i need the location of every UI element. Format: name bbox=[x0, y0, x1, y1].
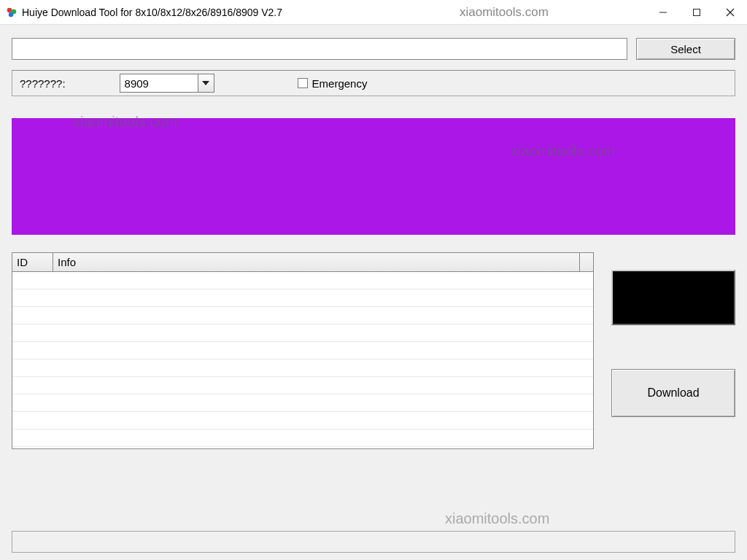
statusbar bbox=[12, 531, 735, 553]
window-title: Huiye Download Tool for 8x10/8x12/8x26/8… bbox=[22, 7, 282, 18]
emergency-checkbox[interactable] bbox=[298, 78, 308, 88]
status-banner bbox=[12, 118, 735, 235]
platform-dropdown-value: 8909 bbox=[125, 77, 149, 90]
table-body bbox=[12, 272, 593, 448]
select-button[interactable]: Select bbox=[636, 38, 735, 60]
column-spacer bbox=[580, 253, 593, 271]
table-row[interactable] bbox=[12, 307, 593, 324]
table-row[interactable] bbox=[12, 342, 593, 359]
file-path-input[interactable] bbox=[12, 38, 627, 60]
table-row[interactable] bbox=[12, 324, 593, 342]
column-id[interactable]: ID bbox=[12, 253, 53, 271]
platform-label: ???????: bbox=[20, 77, 66, 90]
options-panel: ???????: 8909 Emergency bbox=[12, 70, 735, 96]
app-icon bbox=[6, 7, 18, 18]
table-row[interactable] bbox=[12, 429, 593, 447]
platform-dropdown[interactable]: 8909 bbox=[120, 74, 214, 93]
download-button[interactable]: Download bbox=[611, 369, 735, 417]
table-row[interactable] bbox=[12, 412, 593, 429]
table-row[interactable] bbox=[12, 272, 593, 289]
svg-point-2 bbox=[9, 12, 14, 17]
emergency-label: Emergency bbox=[312, 77, 368, 90]
chevron-down-icon bbox=[198, 74, 214, 92]
close-button[interactable] bbox=[713, 0, 747, 24]
minimize-button[interactable] bbox=[646, 0, 680, 24]
table-row[interactable] bbox=[12, 377, 593, 394]
column-info[interactable]: Info bbox=[53, 253, 580, 271]
table-row[interactable] bbox=[12, 289, 593, 307]
svg-marker-7 bbox=[202, 81, 209, 85]
titlebar-watermark: xiaomitools.com bbox=[460, 5, 549, 20]
maximize-button[interactable] bbox=[680, 0, 713, 24]
table-header: ID Info bbox=[12, 253, 593, 272]
log-table: ID Info bbox=[12, 252, 594, 449]
titlebar: Huiye Download Tool for 8x10/8x12/8x26/8… bbox=[0, 0, 747, 25]
svg-point-0 bbox=[7, 7, 12, 12]
window-controls bbox=[646, 0, 747, 24]
svg-rect-4 bbox=[694, 9, 700, 15]
preview-box bbox=[611, 270, 735, 325]
table-row[interactable] bbox=[12, 359, 593, 377]
table-row[interactable] bbox=[12, 394, 593, 412]
